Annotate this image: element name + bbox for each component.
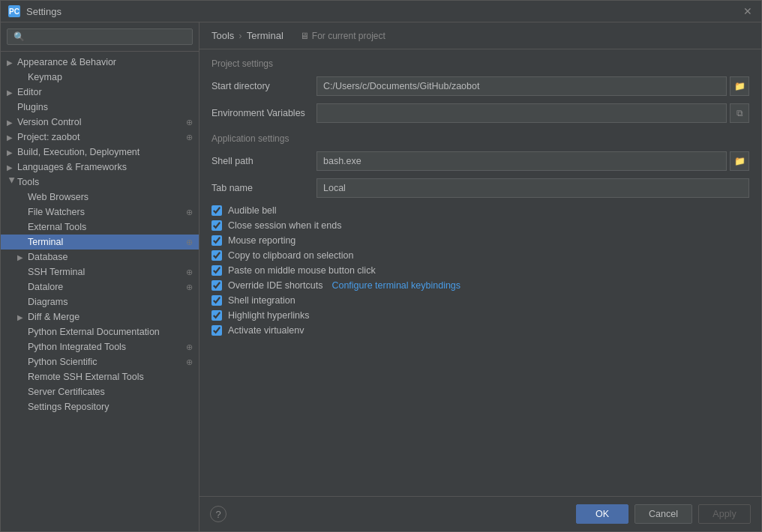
- breadcrumb-current: Terminal: [247, 30, 284, 41]
- spacer: [17, 193, 28, 202]
- help-button[interactable]: ?: [210, 506, 226, 522]
- sidebar-item-version-control[interactable]: ▶ Version Control ⊕: [1, 115, 199, 130]
- sidebar: ▶ Appearance & Behavior Keymap ▶ Editor …: [1, 22, 200, 531]
- mouse-reporting-checkbox[interactable]: [212, 235, 222, 246]
- title-bar: PC Settings ✕: [1, 1, 761, 22]
- sidebar-item-python-scientific[interactable]: Python Scientific ⊕: [1, 354, 199, 369]
- sidebar-item-terminal[interactable]: Terminal ⊕: [1, 235, 199, 250]
- start-directory-wrapper: 📁: [316, 76, 749, 96]
- right-panel: Tools › Terminal 🖥 For current project P…: [200, 22, 761, 531]
- search-input[interactable]: [7, 28, 193, 45]
- sidebar-item-label: Appearance & Behavior: [17, 57, 116, 67]
- sidebar-item-python-int-tools[interactable]: Python Integrated Tools ⊕: [1, 339, 199, 354]
- close-session-label: Close session when it ends: [228, 220, 341, 231]
- copy-clipboard-label: Copy to clipboard on selection: [228, 250, 353, 261]
- sidebar-item-diagrams[interactable]: Diagrams: [1, 294, 199, 309]
- start-directory-input[interactable]: [316, 76, 727, 96]
- ok-button[interactable]: OK: [576, 504, 628, 524]
- tab-name-wrapper: [316, 178, 749, 198]
- main-content: ▶ Appearance & Behavior Keymap ▶ Editor …: [1, 22, 761, 531]
- panel-header: Tools › Terminal 🖥 For current project: [200, 22, 761, 49]
- app-settings-title: Application settings: [212, 133, 749, 144]
- sidebar-item-keymap[interactable]: Keymap: [1, 70, 199, 85]
- spacer: [17, 358, 28, 366]
- copy-clipboard-checkbox[interactable]: [212, 250, 222, 261]
- sidebar-item-settings-repo[interactable]: Settings Repository: [1, 399, 199, 414]
- audible-bell-label: Audible bell: [228, 205, 277, 216]
- audible-bell-checkbox[interactable]: [212, 205, 222, 216]
- search-box: [1, 22, 199, 52]
- activate-virtualenv-checkbox[interactable]: [212, 325, 222, 336]
- env-vars-browse-button[interactable]: ⧉: [730, 103, 749, 123]
- spacer: [17, 388, 28, 396]
- checkbox-shell-integration: Shell integration: [212, 295, 749, 306]
- badge-icon: ⊕: [186, 133, 193, 142]
- window-title: Settings: [26, 6, 62, 17]
- sidebar-item-diff-merge[interactable]: ▶ Diff & Merge: [1, 309, 199, 324]
- sidebar-item-label: Keymap: [28, 72, 62, 82]
- paste-middle-checkbox[interactable]: [212, 265, 222, 276]
- arrow-icon: ▶: [7, 88, 17, 97]
- highlight-hyperlinks-checkbox[interactable]: [212, 310, 222, 321]
- close-session-checkbox[interactable]: [212, 220, 222, 231]
- sidebar-item-web-browsers[interactable]: Web Browsers: [1, 190, 199, 205]
- checkbox-mouse-reporting: Mouse reporting: [212, 235, 749, 246]
- spacer: [17, 328, 28, 336]
- sidebar-item-ssh-terminal[interactable]: SSH Terminal ⊕: [1, 265, 199, 279]
- configure-keybindings-link[interactable]: Configure terminal keybindings: [332, 280, 460, 291]
- spacer: [17, 238, 28, 247]
- sidebar-item-external-tools[interactable]: External Tools: [1, 220, 199, 235]
- title-bar-left: PC Settings: [8, 5, 62, 17]
- arrow-icon: ▶: [7, 163, 17, 172]
- badge-icon: ⊕: [186, 267, 193, 277]
- shell-path-browse-button[interactable]: 📁: [730, 151, 749, 171]
- arrow-icon: ▶: [7, 118, 17, 127]
- sidebar-item-label: Python Integrated Tools: [28, 342, 126, 352]
- shell-integration-checkbox[interactable]: [212, 295, 222, 306]
- sidebar-item-editor[interactable]: ▶ Editor: [1, 85, 199, 100]
- cancel-button[interactable]: Cancel: [634, 504, 692, 524]
- sidebar-item-label: Web Browsers: [28, 192, 88, 202]
- sidebar-item-file-watchers[interactable]: File Watchers ⊕: [1, 205, 199, 220]
- spacer: [17, 403, 28, 411]
- activate-virtualenv-label: Activate virtualenv: [228, 325, 304, 336]
- badge-icon: ⊕: [186, 357, 193, 367]
- sidebar-item-server-certs[interactable]: Server Certificates: [1, 384, 199, 399]
- start-directory-row: Start directory 📁: [212, 76, 749, 96]
- sidebar-item-label: Terminal: [28, 237, 63, 247]
- sidebar-item-build[interactable]: ▶ Build, Execution, Deployment: [1, 145, 199, 160]
- sidebar-item-label: Tools: [17, 177, 39, 187]
- shell-path-input[interactable]: [316, 151, 727, 171]
- spacer: [17, 298, 28, 306]
- sidebar-item-label: SSH Terminal: [28, 267, 85, 277]
- sidebar-item-tools[interactable]: ▶ Tools: [1, 175, 199, 190]
- spacer: [17, 268, 28, 276]
- sidebar-item-database[interactable]: ▶ Database: [1, 250, 199, 265]
- spacer: [17, 373, 28, 381]
- sidebar-item-languages[interactable]: ▶ Languages & Frameworks: [1, 160, 199, 175]
- sidebar-item-label: Remote SSH External Tools: [28, 372, 144, 382]
- panel-body: Project settings Start directory 📁 Envir…: [200, 49, 761, 496]
- sidebar-item-project[interactable]: ▶ Project: zaobot ⊕: [1, 130, 199, 145]
- env-vars-wrapper: ⧉: [316, 103, 749, 123]
- close-button[interactable]: ✕: [742, 5, 754, 17]
- sidebar-item-python-ext-doc[interactable]: Python External Documentation: [1, 324, 199, 339]
- start-directory-browse-button[interactable]: 📁: [730, 76, 749, 96]
- sidebar-item-datalore[interactable]: Datalore ⊕: [1, 279, 199, 294]
- override-ide-checkbox[interactable]: [212, 280, 222, 291]
- env-vars-input[interactable]: [316, 103, 727, 123]
- tab-name-input[interactable]: [316, 178, 749, 198]
- sidebar-item-appearance[interactable]: ▶ Appearance & Behavior: [1, 55, 199, 70]
- badge-icon: ⊕: [186, 118, 193, 127]
- sidebar-item-remote-ssh[interactable]: Remote SSH External Tools: [1, 369, 199, 384]
- start-directory-label: Start directory: [212, 81, 316, 91]
- apply-button[interactable]: Apply: [698, 504, 751, 524]
- badge-icon: ⊕: [186, 238, 193, 247]
- spacer: [17, 343, 28, 351]
- sidebar-item-label: Plugins: [17, 102, 48, 112]
- sidebar-item-plugins[interactable]: Plugins: [1, 100, 199, 115]
- badge-icon: ⊕: [186, 342, 193, 352]
- spacer: [17, 223, 28, 232]
- env-vars-label: Environment Variables: [212, 108, 316, 118]
- spacer: [17, 73, 28, 82]
